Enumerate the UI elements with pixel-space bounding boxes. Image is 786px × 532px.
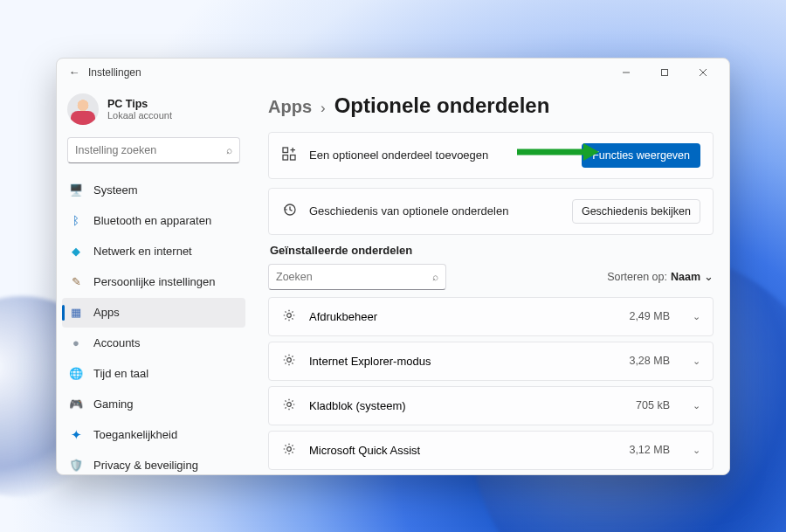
svg-point-13 bbox=[287, 357, 292, 362]
nav-label: Privacy & beveiliging bbox=[93, 459, 198, 472]
chevron-down-icon: ⌄ bbox=[693, 356, 700, 367]
gear-icon bbox=[281, 353, 297, 370]
chevron-down-icon: ⌄ bbox=[693, 311, 700, 322]
nav-icon: ● bbox=[69, 336, 83, 349]
back-button[interactable]: ← bbox=[64, 66, 85, 79]
nav-label: Systeem bbox=[93, 183, 138, 197]
nav-label: Apps bbox=[93, 306, 120, 319]
sidebar-item-2[interactable]: ◆Netwerk en internet bbox=[62, 237, 245, 266]
feature-row[interactable]: Kladblok (systeem)705 kB⌄ bbox=[268, 386, 714, 425]
feature-name: Internet Explorer-modus bbox=[309, 355, 617, 368]
sidebar-item-1[interactable]: ᛒBluetooth en apparaten bbox=[62, 206, 245, 236]
svg-point-15 bbox=[287, 446, 292, 451]
gear-icon bbox=[281, 308, 297, 325]
add-grid-icon bbox=[281, 147, 297, 163]
nav-label: Gaming bbox=[93, 397, 134, 411]
breadcrumb-parent[interactable]: Apps bbox=[268, 97, 312, 117]
window-title: Instellingen bbox=[88, 66, 141, 79]
view-features-button[interactable]: Functies weergeven bbox=[582, 143, 700, 168]
sidebar-item-4[interactable]: ▦Apps bbox=[62, 298, 245, 328]
sidebar-item-7[interactable]: 🎮Gaming bbox=[62, 390, 245, 419]
feature-name: Microsoft Quick Assist bbox=[309, 444, 617, 457]
feature-size: 3,12 MB bbox=[629, 444, 670, 456]
nav-icon: ▦ bbox=[69, 306, 83, 319]
sidebar-item-8[interactable]: ✦Toegankelijkheid bbox=[62, 420, 245, 450]
page-title: Optionele onderdelen bbox=[334, 93, 550, 118]
installed-search[interactable]: Zoeken ⌕ bbox=[268, 264, 446, 290]
chevron-down-icon: ⌄ bbox=[704, 270, 714, 283]
feature-size: 2,49 MB bbox=[629, 310, 670, 322]
profile-sub: Lokaal account bbox=[107, 110, 172, 121]
sidebar-search[interactable]: Instelling zoeken ⌕ bbox=[67, 137, 240, 163]
chevron-down-icon: ⌄ bbox=[693, 445, 700, 456]
nav-icon: 🖥️ bbox=[69, 183, 83, 197]
nav-icon: 🌐 bbox=[69, 367, 83, 380]
sort-label: Sorteren op: bbox=[607, 271, 667, 283]
svg-rect-6 bbox=[291, 155, 296, 161]
svg-rect-5 bbox=[283, 155, 288, 161]
sidebar-search-placeholder: Instelling zoeken bbox=[75, 144, 156, 156]
history-label: Geschiedenis van optionele onderdelen bbox=[309, 204, 560, 218]
chevron-down-icon: ⌄ bbox=[693, 400, 700, 411]
view-history-button[interactable]: Geschiedenis bekijken bbox=[572, 199, 700, 224]
nav-icon: ✦ bbox=[69, 427, 83, 443]
sidebar-item-0[interactable]: 🖥️Systeem bbox=[62, 176, 245, 205]
nav-label: Accounts bbox=[93, 336, 140, 349]
history-icon bbox=[281, 203, 297, 219]
gear-icon bbox=[281, 442, 297, 459]
feature-name: Kladblok (systeem) bbox=[309, 399, 624, 412]
nav-label: Toegankelijkheid bbox=[93, 428, 177, 441]
gear-icon bbox=[281, 397, 297, 414]
nav-icon: 🛡️ bbox=[69, 459, 83, 472]
feature-size: 705 kB bbox=[636, 399, 670, 411]
titlebar: ← Instellingen bbox=[57, 59, 729, 86]
nav-icon: ✎ bbox=[69, 275, 83, 288]
svg-rect-1 bbox=[662, 69, 668, 75]
sidebar-item-6[interactable]: 🌐Tijd en taal bbox=[62, 359, 245, 389]
svg-point-14 bbox=[287, 402, 292, 406]
nav-label: Tijd en taal bbox=[93, 367, 148, 380]
sidebar-item-5[interactable]: ●Accounts bbox=[62, 328, 245, 358]
nav-icon: ᛒ bbox=[69, 214, 83, 227]
history-card: Geschiedenis van optionele onderdelen Ge… bbox=[268, 188, 714, 235]
nav-label: Bluetooth en apparaten bbox=[93, 214, 211, 227]
installed-list: Afdrukbeheer2,49 MB⌄Internet Explorer-mo… bbox=[268, 297, 714, 470]
nav-label: Persoonlijke instellingen bbox=[93, 275, 215, 288]
nav-label: Netwerk en internet bbox=[93, 245, 192, 258]
avatar bbox=[67, 93, 99, 125]
installed-search-placeholder: Zoeken bbox=[276, 271, 313, 283]
sort-value: Naam bbox=[671, 271, 700, 283]
sort-dropdown[interactable]: Sorteren op: Naam ⌄ bbox=[607, 270, 714, 283]
sidebar-item-3[interactable]: ✎Persoonlijke instellingen bbox=[62, 267, 245, 297]
main-content: Apps › Optionele onderdelen Een optionee… bbox=[251, 86, 729, 474]
search-icon: ⌕ bbox=[432, 271, 438, 283]
profile-name: PC Tips bbox=[107, 98, 172, 110]
nav-icon: ◆ bbox=[69, 245, 83, 258]
minimize-button[interactable] bbox=[607, 59, 645, 86]
settings-window: ← Instellingen PC Tips Lokaal account In… bbox=[56, 58, 730, 475]
svg-rect-4 bbox=[283, 148, 288, 153]
close-button[interactable] bbox=[684, 59, 722, 86]
add-feature-card: Een optioneel onderdeel toevoegen Functi… bbox=[268, 132, 714, 179]
svg-point-12 bbox=[287, 313, 292, 317]
installed-heading: Geïnstalleerde onderdelen bbox=[270, 244, 714, 257]
feature-row[interactable]: Afdrukbeheer2,49 MB⌄ bbox=[268, 297, 714, 336]
nav-icon: 🎮 bbox=[69, 397, 83, 411]
sidebar-item-9[interactable]: 🛡️Privacy & beveiliging bbox=[62, 451, 245, 475]
search-icon: ⌕ bbox=[226, 144, 232, 156]
breadcrumb: Apps › Optionele onderdelen bbox=[268, 93, 714, 118]
maximize-button[interactable] bbox=[645, 59, 684, 86]
add-feature-label: Een optioneel onderdeel toevoegen bbox=[309, 149, 569, 162]
nav-list: 🖥️SysteemᛒBluetooth en apparaten◆Netwerk… bbox=[62, 176, 245, 475]
feature-row[interactable]: Microsoft Quick Assist3,12 MB⌄ bbox=[268, 431, 714, 470]
feature-name: Afdrukbeheer bbox=[309, 310, 617, 323]
feature-size: 3,28 MB bbox=[629, 355, 670, 367]
feature-row[interactable]: Internet Explorer-modus3,28 MB⌄ bbox=[268, 342, 714, 381]
chevron-right-icon: › bbox=[321, 100, 326, 117]
sidebar: PC Tips Lokaal account Instelling zoeken… bbox=[57, 86, 251, 474]
profile-block[interactable]: PC Tips Lokaal account bbox=[62, 90, 245, 137]
